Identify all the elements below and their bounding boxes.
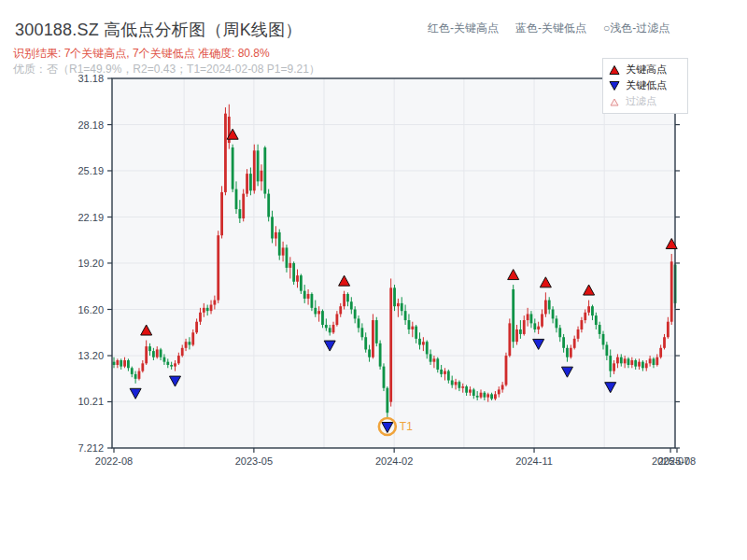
- candle-body: [465, 386, 468, 393]
- candle-body: [573, 339, 576, 348]
- candle-body: [242, 194, 245, 218]
- candle-body: [401, 303, 403, 311]
- candle-body: [339, 306, 342, 314]
- candle-body: [163, 357, 166, 362]
- candle-body: [552, 310, 555, 319]
- candle-body: [653, 358, 655, 365]
- candle-body: [480, 393, 483, 398]
- candle-body: [141, 363, 144, 371]
- candle-body: [444, 371, 446, 374]
- candle-body: [257, 150, 260, 181]
- candle-body: [386, 388, 388, 413]
- candle-body: [300, 275, 303, 291]
- candle-body: [566, 348, 569, 357]
- candle-body: [634, 360, 637, 367]
- candle-body: [372, 320, 374, 357]
- candle-body: [145, 346, 148, 363]
- candle-body: [408, 320, 411, 329]
- candle-body: [548, 301, 551, 310]
- candle-body: [605, 345, 608, 357]
- candle-body: [350, 301, 353, 309]
- candle-body: [433, 358, 436, 361]
- candle-body: [527, 314, 529, 320]
- legend-label-filtered: 过滤点: [626, 94, 656, 108]
- candle-body: [185, 342, 188, 348]
- candle-body: [267, 194, 270, 217]
- candle-body: [203, 308, 205, 313]
- candle-body: [562, 337, 565, 348]
- app-window: 300188.SZ 高低点分析图（周K线图） 红色-关键高点蓝色-关键低点○浅色…: [0, 0, 747, 560]
- legend-label-key-low: 关键低点: [626, 78, 667, 92]
- candle-body: [595, 315, 598, 325]
- candle-body: [329, 328, 331, 332]
- y-tick-label: 28.18: [78, 119, 104, 131]
- candle-body: [195, 322, 198, 333]
- candle-body: [123, 360, 126, 367]
- candle-body: [537, 327, 540, 329]
- candle-body: [314, 308, 317, 315]
- candle-body: [360, 328, 363, 337]
- candle-body: [261, 171, 263, 182]
- candle-body: [613, 363, 615, 371]
- legend-item-filtered: 过滤点: [609, 93, 682, 109]
- candle-body: [577, 329, 580, 339]
- x-tick-label: 2025-08: [658, 455, 696, 467]
- candle-body: [383, 367, 386, 388]
- candle-body: [580, 320, 583, 329]
- candle-body: [494, 394, 497, 399]
- candle-body: [616, 357, 619, 364]
- candle-body: [311, 294, 314, 308]
- x-tick-label: 2023-05: [235, 455, 273, 467]
- candle-body: [411, 327, 414, 329]
- candle-body: [368, 349, 371, 357]
- candle-body: [113, 362, 116, 365]
- candle-body: [426, 342, 429, 354]
- candle-body: [253, 150, 256, 190]
- candle-body: [131, 368, 134, 374]
- candle-body: [483, 393, 486, 398]
- x-tick-label: 2024-02: [375, 455, 413, 467]
- candle-body: [303, 291, 306, 299]
- candle-body: [358, 318, 360, 328]
- candle-body: [558, 328, 561, 337]
- y-tick-label: 19.20: [78, 258, 104, 269]
- candle-body: [191, 332, 194, 344]
- legend-item-key-low: 关键低点: [609, 77, 682, 93]
- candle-body: [404, 311, 407, 320]
- candle-body: [335, 314, 338, 325]
- candle-body: [286, 247, 289, 267]
- candle-body: [498, 389, 500, 394]
- candle-body: [451, 381, 454, 385]
- candle-body: [332, 325, 335, 332]
- candle-body: [670, 261, 673, 321]
- candle-body: [278, 232, 281, 256]
- legend-item-key-high: 关键高点: [609, 62, 682, 77]
- candle-body: [663, 337, 666, 348]
- candle-body: [469, 389, 472, 392]
- candle-body: [556, 318, 558, 328]
- candle-body: [199, 313, 202, 322]
- candle-body: [170, 365, 173, 367]
- candle-body: [292, 263, 295, 282]
- candle-body: [530, 314, 533, 323]
- candle-body: [271, 217, 274, 238]
- candle-body: [220, 192, 223, 235]
- candle-body: [472, 389, 475, 396]
- candle-body: [249, 174, 252, 190]
- candle-body: [649, 358, 652, 363]
- candle-body: [609, 356, 612, 371]
- candle-body: [415, 327, 417, 339]
- candle-body: [364, 337, 367, 349]
- candle-body: [177, 356, 180, 363]
- candle-body: [296, 275, 299, 282]
- candle-body: [440, 370, 443, 374]
- x-tick-label: 2022-08: [95, 455, 133, 467]
- candle-body: [587, 306, 590, 313]
- candle-body: [138, 371, 141, 379]
- candle-body: [638, 362, 641, 367]
- candle-body: [148, 346, 151, 351]
- candle-body: [246, 174, 248, 193]
- candle-body: [455, 382, 458, 385]
- candle-body: [160, 349, 162, 357]
- candle-body: [152, 351, 155, 357]
